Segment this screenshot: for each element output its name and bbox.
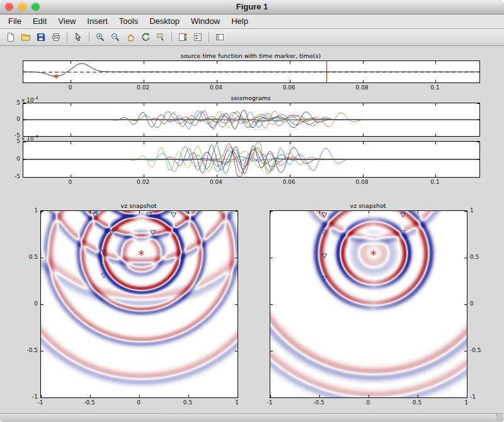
menu-item-file[interactable]: File (3, 14, 27, 28)
tick-label: 0 (126, 399, 151, 406)
tick-label: 0.5 (175, 399, 200, 406)
toolbar-separator (171, 32, 172, 42)
colorbar-icon (178, 32, 188, 42)
tick-label: 0.06 (277, 179, 302, 186)
plot-title: vz snapshot (40, 202, 237, 209)
figure-window: Figure 1 FileEditViewInsertToolsDesktopW… (0, 0, 504, 422)
resize-grip[interactable] (496, 414, 503, 421)
toolbar-separator (89, 32, 89, 42)
legend-icon (193, 32, 203, 42)
tick-label: 0.5 (21, 254, 38, 261)
plot-tools-panes-icon (215, 32, 225, 42)
tick-label: -0.5 (21, 347, 38, 354)
new-document-icon (6, 32, 16, 42)
tick-label: -0.5 (77, 399, 102, 406)
tick-label: 0 (4, 156, 20, 163)
tick-label: 0.5 (470, 254, 486, 261)
tick-label: 0.06 (277, 84, 302, 91)
tick-label: 0.1 (422, 179, 447, 186)
tick-label: 0 (470, 300, 486, 307)
seismograms-plot-top[interactable] (23, 103, 480, 137)
menu-bar: FileEditViewInsertToolsDesktopWindowHelp (0, 14, 504, 29)
plot-title: source time function with time marker, t… (23, 52, 479, 59)
menu-item-view[interactable]: View (52, 14, 81, 28)
tick-label: -0.5 (306, 399, 331, 406)
tick-label: -1 (21, 394, 38, 401)
plot-title: vz snapshot (270, 202, 466, 209)
open-folder-icon (21, 32, 31, 42)
window-title: Figure 1 (0, 0, 504, 14)
rotate-arrow-icon (140, 32, 151, 42)
menu-item-tools[interactable]: Tools (113, 14, 144, 28)
tick-label: 0 (4, 116, 20, 123)
tick-label: 0.1 (422, 84, 447, 91)
pointer-arrow-icon (73, 32, 83, 42)
save-floppy-icon (36, 32, 46, 42)
tick-label: -1 (470, 394, 486, 401)
save-figure-button[interactable] (34, 30, 48, 44)
pan-button[interactable] (123, 30, 137, 44)
open-file-button[interactable] (19, 30, 33, 44)
figure-canvas-area: source time function with time marker, t… (0, 46, 504, 414)
tick-label: 1 (224, 399, 249, 406)
tick-label: 0.5 (404, 399, 430, 406)
tick-label: 0.08 (350, 179, 375, 186)
plot-tools-button[interactable] (213, 30, 227, 44)
minimize-button[interactable] (18, 3, 26, 11)
tick-label: 0 (57, 179, 83, 186)
zoom-out-icon (110, 32, 120, 42)
tick-label: 5 (4, 100, 20, 106)
data-cursor-button[interactable] (154, 30, 168, 44)
title-bar[interactable]: Figure 1 (0, 0, 504, 14)
axis-exponent-label: x 10-4 (21, 95, 38, 102)
window-bottom-bar (0, 413, 504, 422)
tick-label: -0.5 (470, 347, 486, 354)
insert-legend-button[interactable] (191, 30, 205, 44)
vz-snapshot-left[interactable] (40, 210, 238, 398)
vz-snapshot-right[interactable] (270, 210, 467, 398)
tick-label: 0 (355, 399, 381, 406)
tick-label: -1 (257, 399, 282, 406)
new-figure-button[interactable] (4, 30, 18, 44)
tick-label: 0.08 (350, 84, 375, 91)
printer-icon (51, 32, 61, 42)
zoom-out-button[interactable] (108, 30, 122, 44)
tick-label: 1 (21, 207, 38, 214)
menu-item-window[interactable]: Window (185, 14, 226, 28)
edit-plot-button[interactable] (71, 30, 85, 44)
tick-label: -5 (4, 173, 20, 180)
seismograms-plot-bottom[interactable] (23, 141, 480, 178)
print-figure-button[interactable] (49, 30, 63, 44)
menu-item-help[interactable]: Help (226, 14, 254, 28)
tick-label: 0.02 (130, 179, 156, 186)
traffic-lights (5, 3, 40, 11)
source-time-function-plot[interactable] (23, 60, 480, 83)
toolbar (0, 29, 504, 46)
zoom-in-icon (95, 32, 105, 42)
tick-label: 5 (4, 138, 20, 145)
tick-label: 1 (470, 207, 486, 214)
rotate-3d-button[interactable] (139, 30, 152, 44)
insert-colorbar-button[interactable] (176, 30, 190, 44)
toolbar-separator (209, 32, 209, 42)
tick-label: 0.02 (130, 84, 156, 91)
zoom-window-button[interactable] (32, 3, 40, 11)
tick-label: 0.04 (203, 179, 229, 186)
hand-icon (125, 32, 135, 42)
tick-label: 0.04 (203, 84, 229, 91)
tick-label: 0 (57, 84, 83, 91)
menu-item-insert[interactable]: Insert (81, 14, 113, 28)
axis-exponent-label: x 10-4 (21, 134, 38, 140)
toolbar-separator (67, 32, 67, 42)
close-button[interactable] (5, 3, 13, 11)
datatip-icon (156, 32, 166, 42)
menu-item-edit[interactable]: Edit (27, 14, 52, 28)
zoom-in-button[interactable] (93, 30, 107, 44)
menu-item-desktop[interactable]: Desktop (144, 14, 185, 28)
plot-title: seismograms (23, 94, 479, 101)
tick-label: 0 (21, 300, 38, 307)
